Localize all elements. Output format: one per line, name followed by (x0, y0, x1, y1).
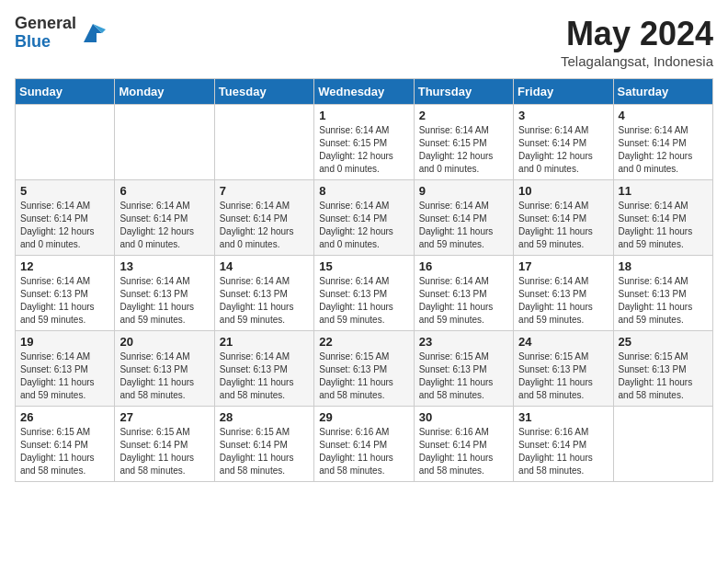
calendar-cell: 29Sunrise: 6:16 AM Sunset: 6:14 PM Dayli… (314, 407, 414, 482)
calendar-cell: 10Sunrise: 6:14 AM Sunset: 6:14 PM Dayli… (514, 180, 613, 256)
calendar-cell: 23Sunrise: 6:15 AM Sunset: 6:13 PM Dayli… (414, 331, 513, 407)
day-number: 7 (220, 184, 309, 198)
calendar-cell: 2Sunrise: 6:14 AM Sunset: 6:15 PM Daylig… (414, 105, 513, 180)
day-number: 13 (119, 259, 209, 273)
day-number: 24 (518, 335, 608, 349)
calendar-cell: 24Sunrise: 6:15 AM Sunset: 6:13 PM Dayli… (514, 331, 613, 407)
calendar-cell: 5Sunrise: 6:14 AM Sunset: 6:14 PM Daylig… (16, 180, 115, 256)
day-number: 6 (119, 184, 209, 198)
calendar-cell: 19Sunrise: 6:14 AM Sunset: 6:13 PM Dayli… (16, 331, 115, 407)
title-block: May 2024 Telagalangsat, Indonesia (561, 15, 713, 69)
day-number: 8 (319, 184, 408, 198)
calendar-day-header: Sunday (16, 79, 115, 105)
calendar-cell: 1Sunrise: 6:14 AM Sunset: 6:15 PM Daylig… (314, 105, 414, 180)
calendar-cell: 13Sunrise: 6:14 AM Sunset: 6:13 PM Dayli… (115, 256, 214, 331)
day-info: Sunrise: 6:14 AM Sunset: 6:15 PM Dayligh… (319, 124, 408, 176)
day-info: Sunrise: 6:14 AM Sunset: 6:14 PM Dayligh… (20, 200, 109, 251)
calendar-week-row: 19Sunrise: 6:14 AM Sunset: 6:13 PM Dayli… (16, 331, 713, 407)
day-number: 20 (119, 335, 209, 349)
day-number: 1 (319, 109, 408, 122)
day-info: Sunrise: 6:14 AM Sunset: 6:13 PM Dayligh… (518, 275, 608, 327)
calendar-day-header: Tuesday (214, 79, 313, 105)
day-number: 23 (419, 335, 508, 349)
day-info: Sunrise: 6:14 AM Sunset: 6:13 PM Dayligh… (220, 350, 309, 402)
calendar-cell: 25Sunrise: 6:15 AM Sunset: 6:13 PM Dayli… (613, 331, 712, 407)
calendar-cell (214, 105, 313, 180)
calendar-cell: 3Sunrise: 6:14 AM Sunset: 6:14 PM Daylig… (514, 105, 613, 180)
day-number: 19 (20, 335, 109, 349)
day-info: Sunrise: 6:14 AM Sunset: 6:14 PM Dayligh… (619, 124, 708, 176)
day-number: 29 (319, 410, 408, 424)
calendar-table: SundayMondayTuesdayWednesdayThursdayFrid… (15, 78, 713, 482)
day-info: Sunrise: 6:14 AM Sunset: 6:13 PM Dayligh… (119, 350, 209, 402)
day-info: Sunrise: 6:15 AM Sunset: 6:14 PM Dayligh… (119, 426, 209, 477)
calendar-cell: 16Sunrise: 6:14 AM Sunset: 6:13 PM Dayli… (414, 256, 513, 331)
day-number: 15 (319, 259, 408, 273)
calendar-cell: 12Sunrise: 6:14 AM Sunset: 6:13 PM Dayli… (16, 256, 115, 331)
day-info: Sunrise: 6:14 AM Sunset: 6:13 PM Dayligh… (20, 275, 109, 327)
day-number: 25 (619, 335, 708, 349)
day-info: Sunrise: 6:14 AM Sunset: 6:13 PM Dayligh… (220, 275, 309, 327)
day-info: Sunrise: 6:14 AM Sunset: 6:14 PM Dayligh… (419, 200, 508, 251)
day-number: 18 (619, 259, 708, 273)
calendar-cell: 18Sunrise: 6:14 AM Sunset: 6:13 PM Dayli… (613, 256, 712, 331)
day-info: Sunrise: 6:14 AM Sunset: 6:13 PM Dayligh… (619, 275, 708, 327)
day-info: Sunrise: 6:15 AM Sunset: 6:13 PM Dayligh… (319, 350, 408, 402)
day-number: 30 (419, 410, 508, 424)
calendar-cell: 6Sunrise: 6:14 AM Sunset: 6:14 PM Daylig… (115, 180, 214, 256)
calendar-cell: 7Sunrise: 6:14 AM Sunset: 6:14 PM Daylig… (214, 180, 313, 256)
day-info: Sunrise: 6:14 AM Sunset: 6:13 PM Dayligh… (119, 275, 209, 327)
month-year-title: May 2024 (561, 15, 713, 53)
day-number: 22 (319, 335, 408, 349)
day-number: 26 (20, 410, 109, 424)
day-number: 5 (20, 184, 109, 198)
calendar-day-header: Monday (115, 79, 214, 105)
calendar-header-row: SundayMondayTuesdayWednesdayThursdayFrid… (16, 79, 713, 105)
day-number: 16 (419, 259, 508, 273)
day-info: Sunrise: 6:14 AM Sunset: 6:13 PM Dayligh… (319, 275, 408, 327)
calendar-cell: 14Sunrise: 6:14 AM Sunset: 6:13 PM Dayli… (214, 256, 313, 331)
calendar-cell: 22Sunrise: 6:15 AM Sunset: 6:13 PM Dayli… (314, 331, 414, 407)
logo-general-text: General (15, 15, 76, 33)
page-header: General Blue May 2024 Telagalangsat, Ind… (15, 15, 713, 69)
day-number: 4 (619, 109, 708, 122)
day-info: Sunrise: 6:15 AM Sunset: 6:14 PM Dayligh… (20, 426, 109, 477)
day-info: Sunrise: 6:15 AM Sunset: 6:14 PM Dayligh… (220, 426, 309, 477)
day-number: 31 (518, 410, 608, 424)
calendar-day-header: Saturday (613, 79, 712, 105)
calendar-week-row: 1Sunrise: 6:14 AM Sunset: 6:15 PM Daylig… (16, 105, 713, 180)
calendar-cell: 11Sunrise: 6:14 AM Sunset: 6:14 PM Dayli… (613, 180, 712, 256)
calendar-cell: 26Sunrise: 6:15 AM Sunset: 6:14 PM Dayli… (16, 407, 115, 482)
day-number: 14 (220, 259, 309, 273)
day-number: 2 (419, 109, 508, 122)
calendar-cell: 4Sunrise: 6:14 AM Sunset: 6:14 PM Daylig… (613, 105, 712, 180)
day-info: Sunrise: 6:14 AM Sunset: 6:15 PM Dayligh… (419, 124, 508, 176)
calendar-cell: 15Sunrise: 6:14 AM Sunset: 6:13 PM Dayli… (314, 256, 414, 331)
day-number: 12 (20, 259, 109, 273)
calendar-cell: 21Sunrise: 6:14 AM Sunset: 6:13 PM Dayli… (214, 331, 313, 407)
day-info: Sunrise: 6:14 AM Sunset: 6:14 PM Dayligh… (319, 200, 408, 251)
day-number: 21 (220, 335, 309, 349)
day-number: 28 (220, 410, 309, 424)
day-number: 27 (119, 410, 209, 424)
calendar-week-row: 5Sunrise: 6:14 AM Sunset: 6:14 PM Daylig… (16, 180, 713, 256)
day-info: Sunrise: 6:14 AM Sunset: 6:14 PM Dayligh… (518, 124, 608, 176)
calendar-cell: 30Sunrise: 6:16 AM Sunset: 6:14 PM Dayli… (414, 407, 513, 482)
day-info: Sunrise: 6:16 AM Sunset: 6:14 PM Dayligh… (319, 426, 408, 477)
logo-icon (80, 20, 106, 46)
day-info: Sunrise: 6:14 AM Sunset: 6:14 PM Dayligh… (119, 200, 209, 251)
calendar-cell: 28Sunrise: 6:15 AM Sunset: 6:14 PM Dayli… (214, 407, 313, 482)
day-info: Sunrise: 6:14 AM Sunset: 6:14 PM Dayligh… (220, 200, 309, 251)
calendar-cell: 9Sunrise: 6:14 AM Sunset: 6:14 PM Daylig… (414, 180, 513, 256)
day-info: Sunrise: 6:14 AM Sunset: 6:14 PM Dayligh… (518, 200, 608, 251)
calendar-day-header: Thursday (414, 79, 513, 105)
day-number: 17 (518, 259, 608, 273)
day-number: 10 (518, 184, 608, 198)
day-info: Sunrise: 6:15 AM Sunset: 6:13 PM Dayligh… (619, 350, 708, 402)
logo: General Blue (15, 15, 106, 52)
day-info: Sunrise: 6:14 AM Sunset: 6:13 PM Dayligh… (419, 275, 508, 327)
calendar-cell (115, 105, 214, 180)
calendar-cell: 8Sunrise: 6:14 AM Sunset: 6:14 PM Daylig… (314, 180, 414, 256)
calendar-week-row: 12Sunrise: 6:14 AM Sunset: 6:13 PM Dayli… (16, 256, 713, 331)
calendar-day-header: Wednesday (314, 79, 414, 105)
